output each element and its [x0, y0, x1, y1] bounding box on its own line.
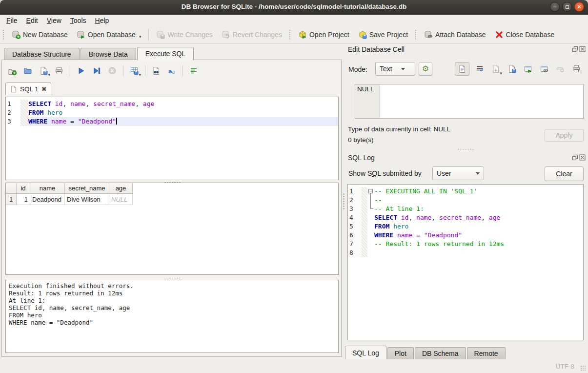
open-sql-file-icon[interactable]	[21, 64, 34, 77]
open-database-button[interactable]: Open Database▾	[72, 28, 146, 41]
close-tab-icon[interactable]: ✖	[41, 85, 47, 93]
code-text: WHERE name = "Deadpond"	[374, 231, 583, 240]
dropdown-arrow-icon[interactable]: ▾	[500, 71, 502, 76]
edit-cell-toolbar: ▾	[455, 62, 582, 76]
menu-file[interactable]: File	[2, 16, 22, 25]
text-mode-icon[interactable]	[455, 62, 469, 76]
line-number: 5	[348, 222, 362, 231]
word-wrap-cell-icon[interactable]	[474, 62, 486, 76]
fold-margin	[362, 249, 367, 257]
editor-line: 2FROM hero	[6, 108, 338, 117]
minimize-button[interactable]: −	[550, 2, 560, 12]
menu-view[interactable]: View	[42, 16, 66, 25]
execute-sql-page: ▾▾aa SQL 1 ✖ 1SELECT id, name, secret_na…	[1, 60, 342, 357]
toolbar-separator	[123, 65, 123, 76]
cell-secret_name[interactable]: Dive Wilson	[65, 194, 109, 205]
print-icon[interactable]	[53, 64, 65, 77]
fold-margin	[362, 196, 367, 205]
cell-editor-null-label: NULL	[355, 84, 380, 118]
close-dock-icon[interactable]	[579, 46, 586, 52]
close-database-button[interactable]: Close Database	[490, 28, 559, 41]
mode-select[interactable]: Text	[375, 62, 415, 76]
fold-margin	[20, 108, 28, 117]
results-table: idnamesecret_nameage11DeadpondDive Wilso…	[5, 183, 339, 275]
stop-icon	[106, 64, 119, 77]
right-pane: Edit Database Cell Mode: Text ⚙ ▾ NULL T…	[345, 43, 588, 359]
row-number-cell: 1	[6, 194, 17, 205]
find-icon[interactable]	[150, 64, 162, 77]
cell-editor[interactable]: NULL	[355, 84, 584, 119]
cell-age[interactable]: NULL	[109, 194, 133, 205]
toolbar-separator	[70, 65, 70, 76]
sql-editor[interactable]: 1SELECT id, name, secret_name, age2FROM …	[5, 97, 339, 180]
cell-size-info: 0 byte(s)	[348, 136, 374, 144]
float-dock-icon[interactable]	[572, 46, 578, 52]
cell-id[interactable]: 1	[17, 194, 30, 205]
word-wrap-icon[interactable]	[187, 64, 200, 77]
attach-database-button[interactable]: Attach Database	[420, 28, 490, 41]
open-project-button[interactable]: Open Project	[294, 28, 354, 41]
open-external-icon[interactable]	[522, 62, 534, 76]
fold-margin	[20, 117, 28, 126]
titlebar[interactable]: DB Browser for SQLite - /home/user/code/…	[0, 0, 588, 15]
toolbar-handle[interactable]	[289, 29, 291, 40]
menu-edit[interactable]: Edit	[22, 16, 42, 25]
fold-marker: −	[367, 187, 374, 196]
maximize-button[interactable]	[562, 2, 572, 12]
maximize-icon	[563, 2, 571, 11]
database-new-icon	[12, 30, 20, 39]
toolbar-button-label: Write Changes	[167, 31, 212, 39]
execution-message: Execution finished without errors. Resul…	[5, 280, 339, 353]
line-number: 7	[348, 240, 362, 249]
dropdown-arrow-icon[interactable]: ▾	[139, 72, 141, 77]
log-line: 7-- Result: 1 rows returned in 12ms	[348, 240, 583, 249]
tab-execute-sql[interactable]: Execute SQL	[137, 47, 194, 60]
project-save-icon	[358, 30, 367, 39]
import-settings-button[interactable]: ⚙	[419, 62, 432, 76]
dock-splitter[interactable]	[347, 147, 584, 150]
edit-cell-dock-title: Edit Database Cell	[348, 45, 405, 53]
tab-plot[interactable]: Plot	[387, 347, 414, 359]
print-cell-icon[interactable]	[570, 62, 582, 76]
export-results-icon[interactable]: ▾	[128, 64, 141, 77]
sql-editor-tab[interactable]: SQL 1 ✖	[5, 83, 51, 96]
new-sql-tab-icon[interactable]	[6, 64, 19, 77]
dropdown-arrow-icon[interactable]: ▾	[139, 34, 142, 39]
execute-current-line-icon[interactable]	[90, 64, 103, 77]
close-button[interactable]: ✕	[574, 2, 584, 12]
results-message-splitter[interactable]	[5, 276, 339, 279]
save-data-icon[interactable]	[506, 62, 518, 76]
text-cursor	[116, 118, 117, 124]
format-sql-icon[interactable]: aa	[165, 64, 178, 77]
fold-collapse-icon[interactable]: −	[368, 189, 373, 193]
copy-link-icon[interactable]	[538, 62, 550, 76]
tab-sql-log[interactable]: SQL Log	[345, 346, 386, 359]
float-dock-icon[interactable]	[572, 154, 578, 161]
execute-all-icon[interactable]	[75, 64, 87, 77]
document-icon	[10, 85, 17, 93]
menu-help[interactable]: Help	[91, 16, 114, 25]
line-number: 1	[348, 187, 362, 196]
save-sql-file-icon[interactable]: ▾	[37, 64, 50, 77]
close-dock-icon[interactable]	[579, 154, 586, 161]
save-project-button[interactable]: Save Project	[354, 28, 412, 41]
cell-name[interactable]: Deadpond	[30, 194, 65, 205]
clear-button[interactable]: Clear	[545, 166, 584, 181]
dropdown-arrow-icon[interactable]: ▾	[48, 72, 50, 77]
resize-grip-icon[interactable]	[580, 365, 587, 372]
sql-log-filter-select[interactable]: User	[432, 166, 484, 180]
tab-browse-data[interactable]: Browse Data	[81, 48, 136, 60]
code-text: --	[374, 196, 583, 205]
toolbar-button-label: New Database	[23, 31, 68, 39]
sql-log-filter-label: Show SQL submitted by	[348, 169, 422, 177]
menu-tools[interactable]: Tools	[66, 16, 91, 25]
line-number: 2	[6, 108, 20, 117]
fold-marker	[367, 213, 374, 222]
new-database-button[interactable]: New Database	[7, 28, 72, 41]
tab-remote[interactable]: Remote	[467, 347, 506, 359]
encoding-indicator: UTF-8	[556, 363, 574, 370]
toolbar-handle[interactable]	[415, 29, 417, 40]
tab-database-structure[interactable]: Database Structure	[4, 48, 80, 60]
toolbar-handle[interactable]	[2, 29, 5, 40]
tab-db-schema[interactable]: DB Schema	[415, 347, 466, 359]
